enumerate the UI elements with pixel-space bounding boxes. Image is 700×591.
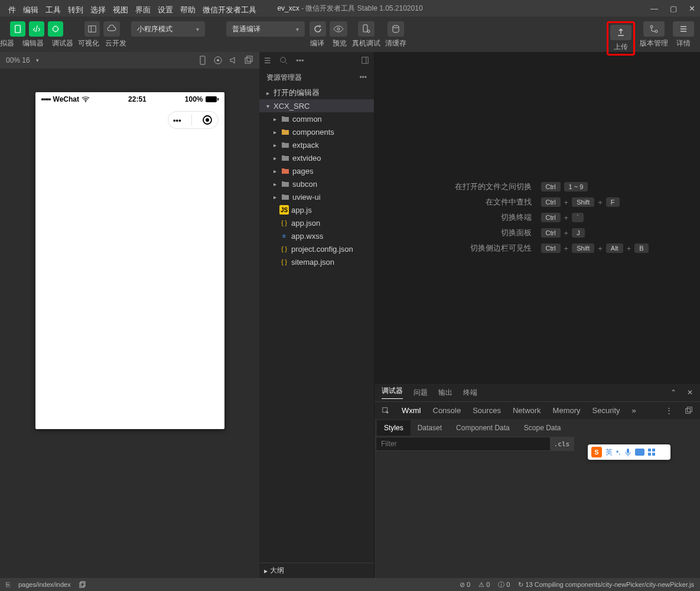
search-icon[interactable] <box>279 56 288 64</box>
file-app-js[interactable]: JSapp.js <box>259 203 374 216</box>
explorer-iconbar: ☰ ••• <box>259 52 374 69</box>
collapse-icon[interactable] <box>361 56 369 64</box>
simulator-toggle[interactable] <box>10 21 25 37</box>
folder-components[interactable]: ▸components <box>259 125 374 138</box>
folder-extpack[interactable]: ▸extpack <box>259 138 374 151</box>
menu-help[interactable]: 帮助 <box>180 5 196 15</box>
tab-security[interactable]: Security <box>592 406 620 415</box>
root-folder[interactable]: ▾XCX_SRC <box>259 99 374 112</box>
minimize-button[interactable]: — <box>650 4 658 13</box>
tabs-overflow-icon[interactable]: » <box>632 406 636 415</box>
status-errors[interactable]: ⊘ 0 <box>460 581 470 589</box>
capsule-button[interactable]: ••• <box>168 111 219 129</box>
explorer-more-icon[interactable]: ••• <box>359 73 367 82</box>
record-icon[interactable] <box>213 56 223 65</box>
menu-settings[interactable]: 设置 <box>158 5 173 15</box>
menu-devtools[interactable]: 微信开发者工具 <box>203 5 256 15</box>
close-button[interactable]: ✕ <box>689 4 695 13</box>
visual-button[interactable] <box>84 21 100 37</box>
capsule-menu-icon[interactable]: ••• <box>173 116 181 125</box>
folder-icon <box>281 140 290 150</box>
capsule-close-icon[interactable] <box>202 115 213 125</box>
svg-rect-37 <box>652 453 655 456</box>
status-page-icon[interactable]: ⎘ <box>6 581 10 588</box>
list-icon[interactable]: ☰ <box>264 56 271 65</box>
folder-uview-ui[interactable]: ▸uview-ui <box>259 190 374 203</box>
svg-rect-19 <box>206 96 217 102</box>
preview-button[interactable] <box>330 21 347 37</box>
open-editors-section[interactable]: ▸打开的编辑器 <box>259 86 374 99</box>
detach-icon[interactable] <box>244 56 253 65</box>
menu-file[interactable]: 件 <box>8 5 16 15</box>
status-warnings[interactable]: ⚠ 0 <box>478 581 490 589</box>
ime-keyboard-icon[interactable] <box>635 449 644 456</box>
tab-console[interactable]: Console <box>433 406 461 415</box>
status-page[interactable]: pages/index/index <box>18 581 71 588</box>
more-icon[interactable]: ••• <box>296 56 304 65</box>
tab-terminal[interactable]: 终端 <box>463 388 477 398</box>
folder-subcon[interactable]: ▸subcon <box>259 177 374 190</box>
phone-status-bar: ••••• WeChat 22:51 100% <box>35 92 224 106</box>
zoom-level[interactable]: 00% 16 <box>6 56 30 64</box>
tab-network[interactable]: Network <box>513 406 541 415</box>
panel-chevron-icon[interactable]: ⌃ <box>670 388 676 397</box>
clear-cache-button[interactable] <box>388 21 404 37</box>
panel-close-icon[interactable]: ✕ <box>687 388 693 397</box>
menu-goto[interactable]: 转到 <box>68 5 83 15</box>
device-icon[interactable] <box>198 56 207 65</box>
compile-button[interactable] <box>310 21 326 37</box>
cloud-button[interactable] <box>103 21 120 37</box>
editor-toggle[interactable]: ‹/› <box>29 21 44 37</box>
folder-pages[interactable]: ▸pages <box>259 164 374 177</box>
file-app-json[interactable]: { }app.json <box>259 216 374 229</box>
folder-extvideo[interactable]: ▸extvideo <box>259 151 374 164</box>
menu-select[interactable]: 选择 <box>90 5 106 15</box>
tab-debugger[interactable]: 调试器 <box>382 386 403 399</box>
menu-edit[interactable]: 编辑 <box>23 5 38 15</box>
tab-problems[interactable]: 问题 <box>414 388 428 398</box>
tab-output[interactable]: 输出 <box>438 388 452 398</box>
version-button[interactable] <box>643 21 665 37</box>
mode-dropdown[interactable]: 小程序模式 <box>131 21 205 37</box>
debugger-toggle[interactable] <box>48 21 63 37</box>
ime-toolbar[interactable]: S 英 •, <box>588 444 670 460</box>
ime-menu-icon[interactable] <box>648 449 655 456</box>
details-button[interactable] <box>673 21 694 37</box>
status-info[interactable]: ⓘ 0 <box>498 580 510 589</box>
ime-punct-icon[interactable]: •, <box>616 448 621 456</box>
file-app-wxss[interactable]: ≡app.wxss <box>259 229 374 242</box>
tab-wxml[interactable]: Wxml <box>402 406 421 415</box>
filter-input[interactable] <box>376 437 550 450</box>
svg-point-9 <box>655 30 657 33</box>
tab-sources[interactable]: Sources <box>473 406 501 415</box>
devtools-more-icon[interactable]: ⋮ <box>665 406 673 415</box>
file-project-config-json[interactable]: { }project.config.json <box>259 242 374 255</box>
tab-memory[interactable]: Memory <box>553 406 581 415</box>
svg-point-23 <box>281 57 286 63</box>
tab-scope-data[interactable]: Scope Data <box>517 420 568 436</box>
ime-lang[interactable]: 英 <box>605 447 613 457</box>
mute-icon[interactable] <box>229 56 238 65</box>
tab-dataset[interactable]: Dataset <box>411 420 449 436</box>
remote-debug-button[interactable] <box>358 21 375 37</box>
svg-point-15 <box>217 59 219 61</box>
upload-button[interactable] <box>610 25 631 40</box>
phone-simulator[interactable]: ••••• WeChat 22:51 100% ••• <box>35 92 224 429</box>
outline-section[interactable]: ▸大纲 <box>259 563 374 578</box>
menu-ui[interactable]: 界面 <box>135 5 151 15</box>
file-sitemap-json[interactable]: { }sitemap.json <box>259 255 374 268</box>
ime-voice-icon[interactable] <box>624 448 631 456</box>
devtools-dock-icon[interactable] <box>685 407 693 415</box>
inspect-icon[interactable] <box>382 407 390 415</box>
tab-component-data[interactable]: Component Data <box>449 420 517 436</box>
status-copy-icon[interactable] <box>79 581 86 588</box>
menu-tools[interactable]: 工具 <box>45 5 61 15</box>
compile-mode-dropdown[interactable]: 普通编译 <box>226 21 305 37</box>
menu-view[interactable]: 视图 <box>113 5 128 15</box>
maximize-button[interactable]: ▢ <box>670 4 677 13</box>
cls-button[interactable]: .cls <box>550 437 574 450</box>
remote-debug-label: 真机调试 <box>352 38 380 48</box>
svg-rect-34 <box>648 449 651 452</box>
folder-common[interactable]: ▸common <box>259 112 374 125</box>
tab-styles[interactable]: Styles <box>377 420 411 436</box>
